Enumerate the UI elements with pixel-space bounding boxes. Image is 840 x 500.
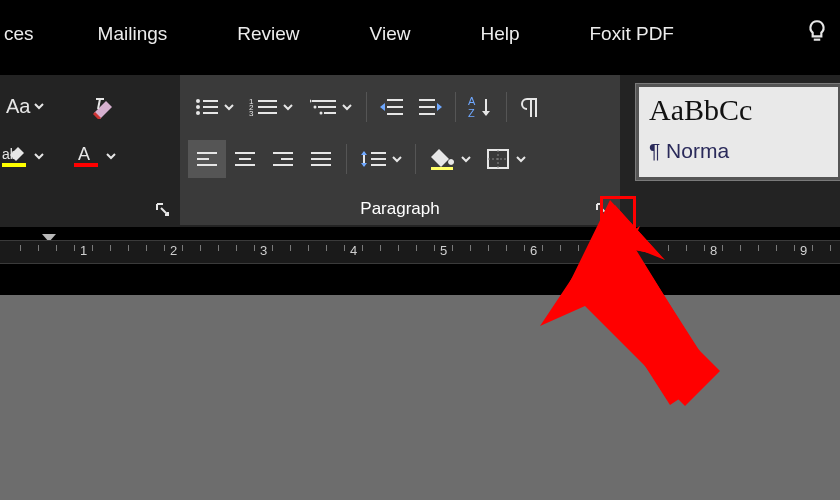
numbering-button[interactable]: 123 bbox=[240, 88, 302, 126]
top-area: ces Mailings Review View Help Foxit PDF … bbox=[0, 0, 840, 295]
ruler-minor-tick bbox=[218, 245, 219, 251]
shading-button[interactable] bbox=[422, 140, 478, 178]
highlight-color-button[interactable]: ab bbox=[0, 137, 44, 175]
ruler-minor-tick bbox=[272, 245, 273, 251]
ruler-number: 7 bbox=[620, 243, 627, 258]
align-left-button[interactable] bbox=[188, 140, 226, 178]
tab-review[interactable]: Review bbox=[237, 23, 299, 45]
ruler-minor-tick bbox=[200, 245, 201, 251]
show-hide-marks-button[interactable] bbox=[513, 88, 547, 126]
ruler-minor-tick bbox=[20, 245, 21, 251]
separator bbox=[455, 92, 456, 122]
ruler-minor-tick bbox=[542, 245, 543, 251]
ruler-number: 9 bbox=[800, 243, 807, 258]
ruler-minor-tick bbox=[704, 245, 705, 251]
paragraph-row-2 bbox=[188, 137, 608, 181]
ruler-minor-tick bbox=[236, 245, 237, 251]
paragraph-row-1: 123 AZ bbox=[188, 85, 608, 129]
chevron-down-icon bbox=[106, 147, 116, 165]
ruler-ticks: 1 2 3 4 5 6 7 8 9 bbox=[0, 241, 840, 263]
ruler-minor-tick bbox=[488, 245, 489, 251]
svg-text:A: A bbox=[78, 144, 90, 164]
tab-view[interactable]: View bbox=[370, 23, 411, 45]
sort-button[interactable]: AZ bbox=[462, 88, 500, 126]
ruler-minor-tick bbox=[632, 245, 633, 251]
paragraph-group-label: Paragraph bbox=[180, 199, 620, 219]
borders-button[interactable] bbox=[478, 140, 534, 178]
ruler-minor-tick bbox=[650, 245, 651, 251]
paragraph-dialog-launcher[interactable] bbox=[592, 199, 614, 221]
ruler-minor-tick bbox=[722, 245, 723, 251]
multilevel-list-button[interactable] bbox=[302, 88, 360, 126]
tab-mailings[interactable]: Mailings bbox=[98, 23, 168, 45]
style-preview-text: AaBbCc bbox=[649, 93, 752, 127]
bullets-button[interactable] bbox=[188, 88, 240, 126]
horizontal-ruler[interactable]: 1 2 3 4 5 6 7 8 9 bbox=[0, 240, 840, 264]
separator bbox=[506, 92, 507, 122]
chevron-down-icon bbox=[392, 150, 402, 168]
ruler-number: 8 bbox=[710, 243, 717, 258]
decrease-indent-button[interactable] bbox=[373, 88, 411, 126]
align-center-button[interactable] bbox=[226, 140, 264, 178]
ruler-minor-tick bbox=[524, 245, 525, 251]
style-name: ¶ Norma bbox=[649, 139, 729, 163]
font-dialog-launcher[interactable] bbox=[152, 199, 174, 221]
tab-references[interactable]: ces bbox=[4, 23, 34, 45]
chevron-down-icon bbox=[34, 97, 44, 115]
style-normal[interactable]: AaBbCc ¶ Norma bbox=[639, 87, 838, 177]
svg-rect-2 bbox=[2, 163, 26, 167]
tab-foxit-pdf[interactable]: Foxit PDF bbox=[590, 23, 674, 45]
svg-text:3: 3 bbox=[249, 109, 254, 118]
ribbon: Aa ab A bbox=[0, 75, 840, 227]
increase-indent-button[interactable] bbox=[411, 88, 449, 126]
ruler-minor-tick bbox=[776, 245, 777, 251]
svg-point-20 bbox=[310, 100, 312, 103]
ruler-minor-tick bbox=[128, 245, 129, 251]
ruler-minor-tick bbox=[344, 245, 345, 251]
ribbon-tabs: ces Mailings Review View Help Foxit PDF bbox=[0, 18, 840, 50]
ruler-minor-tick bbox=[326, 245, 327, 251]
ruler-number: 2 bbox=[170, 243, 177, 258]
font-color-button[interactable]: A bbox=[72, 137, 116, 175]
separator bbox=[415, 144, 416, 174]
ruler-minor-tick bbox=[146, 245, 147, 251]
ruler-minor-tick bbox=[74, 245, 75, 251]
ruler-minor-tick bbox=[56, 245, 57, 251]
ruler-minor-tick bbox=[470, 245, 471, 251]
ruler-area: 1 2 3 4 5 6 7 8 9 bbox=[0, 230, 840, 270]
align-right-button[interactable] bbox=[264, 140, 302, 178]
tell-me-icon[interactable] bbox=[804, 18, 830, 48]
ruler-minor-tick bbox=[398, 245, 399, 251]
svg-point-7 bbox=[196, 105, 200, 109]
ruler-minor-tick bbox=[794, 245, 795, 251]
ruler-minor-tick bbox=[308, 245, 309, 251]
svg-point-22 bbox=[320, 112, 323, 115]
ruler-minor-tick bbox=[290, 245, 291, 251]
justify-button[interactable] bbox=[302, 140, 340, 178]
clear-formatting-button[interactable] bbox=[90, 87, 120, 125]
svg-point-5 bbox=[196, 99, 200, 103]
font-group: Aa ab A bbox=[0, 75, 170, 225]
ruler-minor-tick bbox=[416, 245, 417, 251]
line-spacing-button[interactable] bbox=[353, 140, 409, 178]
paragraph-group: 123 AZ bbox=[180, 75, 620, 225]
ruler-minor-tick bbox=[578, 245, 579, 251]
svg-text:A: A bbox=[468, 95, 476, 107]
styles-gallery[interactable]: AaBbCc ¶ Norma bbox=[635, 83, 840, 181]
tab-help[interactable]: Help bbox=[480, 23, 519, 45]
svg-rect-4 bbox=[74, 163, 98, 167]
separator bbox=[366, 92, 367, 122]
stage: ces Mailings Review View Help Foxit PDF … bbox=[0, 0, 840, 500]
svg-text:Z: Z bbox=[468, 107, 475, 119]
chevron-down-icon bbox=[461, 150, 471, 168]
ruler-number: 4 bbox=[350, 243, 357, 258]
ruler-minor-tick bbox=[92, 245, 93, 251]
ruler-minor-tick bbox=[362, 245, 363, 251]
separator bbox=[346, 144, 347, 174]
ruler-minor-tick bbox=[434, 245, 435, 251]
chevron-down-icon bbox=[283, 98, 293, 116]
change-case-button[interactable]: Aa bbox=[6, 87, 44, 125]
ruler-minor-tick bbox=[830, 245, 831, 251]
chevron-down-icon bbox=[224, 98, 234, 116]
ruler-minor-tick bbox=[560, 245, 561, 251]
